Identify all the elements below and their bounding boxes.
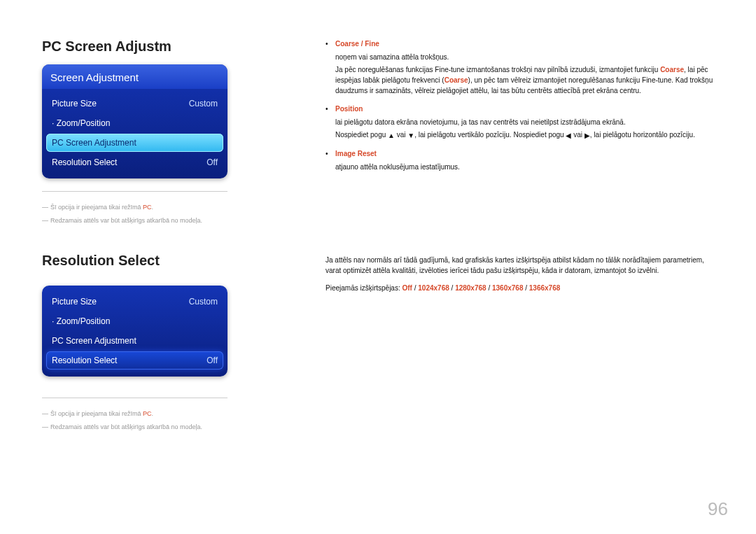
bullet-text: Nospiediet pogu ▲ vai ▼, lai pielāgotu v… (335, 129, 695, 141)
bullet-dot-icon: • (326, 38, 335, 98)
menu-item-zoom-position[interactable]: · Zoom/Position (46, 312, 223, 330)
bullet-text: atjauno attēla noklusējuma iestatījumus. (335, 162, 460, 172)
section-title: Resolution Select (42, 253, 276, 269)
section-resolution-select: Resolution Select Picture Size Custom · … (42, 253, 714, 431)
menu-screen-adjustment: Screen Adjustment Picture Size Custom · … (42, 64, 227, 178)
menu-item-label: PC Screen Adjustment (52, 336, 136, 346)
menu-item-label: PC Screen Adjustment (52, 138, 136, 148)
menu-body: Picture Size Custom · Zoom/Position PC S… (42, 89, 227, 178)
right-column: Ja attēls nav normāls arī tādā gadījumā,… (276, 253, 714, 431)
bullet-text: noņem vai samazina attēla trokšņus. (335, 52, 714, 62)
bullet-dot-icon: • (326, 148, 335, 174)
menu-item-label: · Zoom/Position (52, 316, 110, 326)
menu-item-picture-size[interactable]: Picture Size Custom (46, 94, 223, 113)
menu-item-label: Resolution Select (52, 356, 117, 365)
section-pc-screen-adjust: PC Screen Adjustm Screen Adjustment Pict… (42, 38, 714, 225)
menu-header: Screen Adjustment (42, 64, 227, 89)
bullet-image-reset: • Image Reset atjauno attēla noklusējuma… (326, 148, 714, 174)
section-title: PC Screen Adjustm (42, 38, 276, 55)
description-text: Ja attēls nav normāls arī tādā gadījumā,… (326, 255, 714, 276)
bullet-title: Coarse / Fine (335, 38, 714, 49)
menu-item-resolution-select[interactable]: Resolution Select Off (46, 351, 223, 370)
bullet-title: Image Reset (335, 148, 460, 159)
footnote: Redzamais attēls var būt atšķirīgs atkar… (42, 423, 227, 432)
footnote: Redzamais attēls var būt atšķirīgs atkar… (42, 216, 227, 225)
menu-item-picture-size[interactable]: Picture Size Custom (46, 293, 223, 311)
page-number: 96 (708, 498, 728, 520)
menu-item-label: Picture Size (52, 297, 97, 307)
right-column: • Coarse / Fine noņem vai samazina attēl… (276, 38, 714, 225)
resolutions-line: Pieejamās izšķirtspējas: Off / 1024x768 … (326, 283, 714, 293)
footnotes: Šī opcija ir pieejama tikai režīmā PC. R… (42, 191, 227, 225)
menu-item-value: Off (206, 356, 218, 365)
arrow-down-icon: ▼ (407, 130, 414, 141)
menu-screen-adjustment-2: Picture Size Custom · Zoom/Position PC S… (42, 286, 227, 377)
menu-body: Picture Size Custom · Zoom/Position PC S… (42, 286, 227, 377)
footnotes: Šī opcija ir pieejama tikai režīmā PC. R… (42, 398, 227, 431)
arrow-right-icon: ▶ (584, 130, 590, 141)
menu-item-value: Off (206, 157, 218, 167)
bullet-position: • Position lai pielāgotu datora ekrāna n… (326, 104, 714, 143)
bullet-coarse-fine: • Coarse / Fine noņem vai samazina attēl… (326, 38, 714, 98)
menu-item-value: Custom (189, 99, 218, 108)
footnote: Šī opcija ir pieejama tikai režīmā PC. (42, 409, 227, 419)
menu-item-label: Resolution Select (52, 157, 117, 167)
bullet-text: lai pielāgotu datora ekrāna novietojumu,… (335, 117, 695, 127)
menu-item-zoom-position[interactable]: · Zoom/Position (46, 114, 223, 132)
left-column: PC Screen Adjustm Screen Adjustment Pict… (42, 38, 276, 225)
arrow-up-icon: ▲ (388, 130, 395, 141)
bullet-title: Position (335, 104, 695, 114)
left-column: Resolution Select Picture Size Custom · … (42, 253, 276, 431)
menu-item-label: Picture Size (52, 99, 97, 108)
menu-item-resolution-select[interactable]: Resolution Select Off (46, 153, 223, 171)
menu-item-pc-screen-adjustment[interactable]: PC Screen Adjustment (46, 332, 223, 350)
menu-item-pc-screen-adjustment[interactable]: PC Screen Adjustment (46, 134, 223, 152)
menu-item-value: Custom (189, 297, 218, 307)
footnote: Šī opcija ir pieejama tikai režīmā PC. (42, 203, 227, 212)
menu-item-label: · Zoom/Position (52, 118, 110, 128)
bullet-dot-icon: • (326, 104, 335, 143)
bullet-text: Ja pēc noregulēšanas funkcijas Fine-tune… (335, 64, 714, 96)
